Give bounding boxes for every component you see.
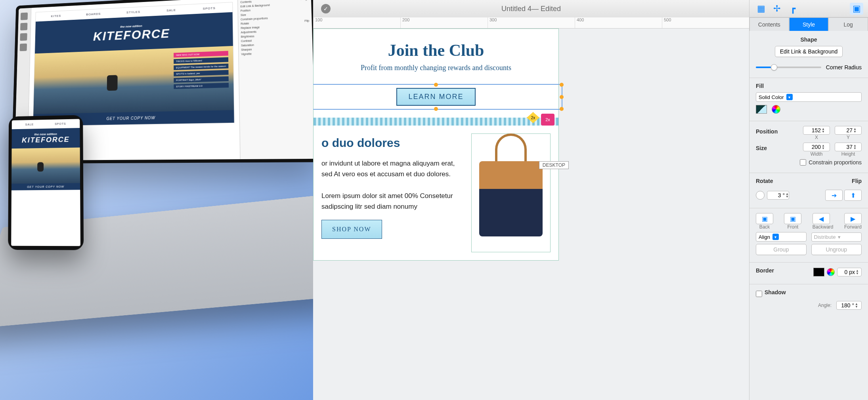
handbag-illustration (479, 149, 543, 236)
forward-button[interactable]: ▶ (844, 213, 862, 224)
distribute-select[interactable]: Distribute▾ (811, 232, 862, 242)
tab-contents[interactable]: Contents (749, 17, 789, 31)
constrain-checkbox[interactable]: Constrain proportions (756, 159, 862, 166)
ungroup-button[interactable]: Ungroup (811, 244, 862, 255)
fill-heading: Fill (756, 83, 862, 89)
height-field[interactable]: ▲▼ (835, 143, 862, 151)
border-color-wheel-icon[interactable] (827, 268, 835, 276)
retina-badge: 2x (541, 114, 554, 126)
left-promo-panel: KITES BOARDS STYLES SALE SPOTS the new e… (0, 0, 313, 400)
canvas[interactable]: Join the Club Profit from monthly changi… (313, 29, 749, 400)
phone-screen: SALESPOTS the new editionKITEFORCE GET Y… (11, 119, 80, 246)
border-color-swatch[interactable] (813, 268, 824, 276)
wavy-divider: 2x 2x (314, 118, 558, 126)
send-back-button[interactable]: ▣ (756, 213, 773, 224)
tab-style[interactable]: Style (789, 17, 829, 31)
ruler: 100200 300400 500 (313, 17, 749, 29)
border-label: Border (756, 267, 774, 274)
tab-log[interactable]: Log (828, 17, 868, 31)
newsletter-photo: NEW MAG OUT NOW TRICKS How to Nilboard E… (33, 46, 234, 114)
ruler-icon[interactable]: ┏ (786, 3, 799, 15)
inspector-panel: ▦ ✢ ┏ ▣ Contents Style Log Shape Edit Li… (749, 0, 868, 400)
panel-toggle-icon[interactable]: ▣ (850, 3, 863, 15)
pos-x-field[interactable]: ▲▼ (803, 126, 830, 135)
align-select[interactable]: Align▾ (756, 232, 807, 242)
pos-y-field[interactable]: ▲▼ (835, 126, 862, 135)
inspector-tabs: Contents Style Log (749, 17, 868, 31)
learn-more-button[interactable]: LEARN MORE (396, 88, 475, 106)
mini-inspector: ContentsImage Edit Link & Background Pos… (237, 0, 313, 159)
body-p1: or invidunt ut labore et magna aliquyam … (321, 158, 463, 179)
edit-link-button[interactable]: Edit Link & Background (775, 46, 843, 57)
check-icon[interactable]: ✓ (321, 4, 331, 13)
rotate-dial[interactable] (756, 191, 765, 200)
backward-button[interactable]: ◀ (813, 213, 830, 224)
fill-mode-select[interactable]: Solid Color▾ (756, 92, 862, 102)
border-width-field[interactable]: ▲▼ (837, 268, 862, 276)
product-image[interactable] (471, 133, 551, 252)
kitesurfer-silhouette (107, 75, 118, 91)
angle-field[interactable]: ▲▼ (836, 301, 862, 310)
desktop-label[interactable]: DESKTOP (539, 161, 569, 169)
group-button[interactable]: Group (756, 244, 807, 255)
bring-front-button[interactable]: ▣ (784, 213, 801, 224)
email-document: Join the Club Profit from monthly changi… (313, 29, 559, 261)
flip-label: Flip (852, 178, 862, 184)
guides-icon[interactable]: ▦ (754, 3, 768, 15)
body-p2: Lorem ipsum dolor sit amet 00% Consetetu… (321, 190, 463, 212)
newsletter-tags: NEW MAG OUT NOW TRICKS How to Nilboard E… (174, 51, 229, 89)
corner-radius-label: Corner Radius (826, 64, 862, 70)
flip-h-button[interactable]: ➔ (825, 190, 843, 201)
shop-now-button[interactable]: SHOP NOW (321, 220, 382, 239)
body-title: o duo dolores (321, 133, 463, 152)
fill-color-swatch[interactable] (756, 105, 767, 114)
rotate-field[interactable]: ▲▼ (767, 191, 789, 200)
angle-label: Angle: (818, 303, 832, 308)
size-label: Size (756, 145, 767, 151)
shadow-checkbox[interactable]: Shadow (756, 289, 862, 299)
shape-heading: Shape (756, 36, 862, 43)
email-title: Join the Club (321, 41, 551, 60)
position-label: Position (756, 128, 778, 135)
width-field[interactable]: ▲▼ (803, 143, 830, 151)
snap-icon[interactable]: ✢ (770, 3, 784, 15)
flip-v-button[interactable]: ⬆ (844, 190, 862, 201)
color-wheel-icon[interactable] (772, 105, 780, 114)
titlebar: ✓ Untitled 4 — Edited (313, 0, 749, 17)
newsletter-card: KITES BOARDS STYLES SALE SPOTS the new e… (33, 2, 235, 126)
retina-badge-yellow: 2x (527, 112, 539, 123)
corner-radius-slider[interactable] (756, 67, 821, 68)
window-title: Untitled 4 (501, 5, 532, 13)
app-window: ✓ Untitled 4 — Edited 100200 300400 500 … (313, 0, 868, 400)
email-subtitle: Profit from monthly changing rewards and… (321, 64, 551, 72)
rotate-label: Rotate (756, 178, 773, 184)
phone-mock: SALESPOTS the new editionKITEFORCE GET Y… (8, 115, 84, 250)
